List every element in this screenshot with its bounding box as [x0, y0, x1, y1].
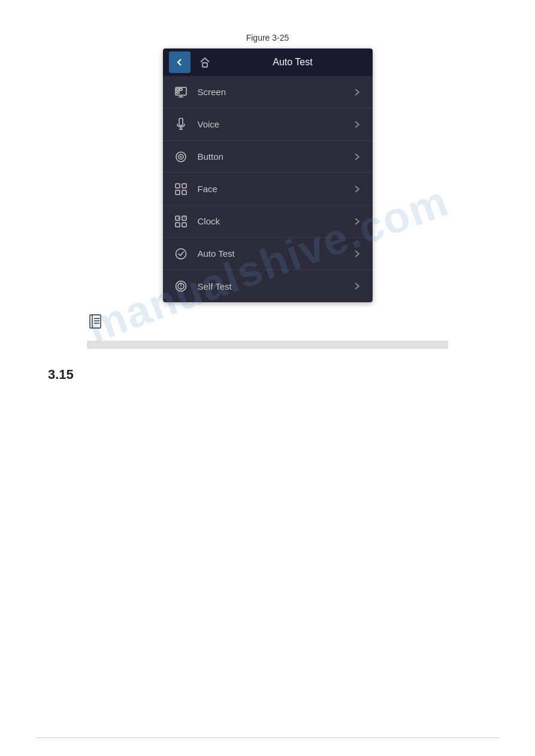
- svg-rect-15: [182, 190, 186, 195]
- menu-label-autotest: Auto Test: [198, 248, 351, 259]
- menu-label-selftest: Self Test: [198, 281, 351, 292]
- svg-rect-27: [90, 315, 101, 328]
- menu-item-voice[interactable]: Voice: [163, 108, 373, 141]
- chevron-button: [351, 151, 363, 163]
- svg-rect-6: [177, 92, 179, 93]
- chevron-clock: [351, 215, 363, 227]
- menu-label-voice: Voice: [198, 119, 351, 129]
- bottom-line: [36, 737, 499, 738]
- face-icon: [173, 181, 189, 198]
- device-container: Auto Test Screen: [163, 48, 373, 302]
- header-title: Auto Test: [219, 57, 367, 68]
- menu-label-face: Face: [198, 184, 351, 194]
- device-header: Auto Test: [163, 48, 373, 76]
- chevron-autotest: [351, 248, 363, 260]
- menu-label-button: Button: [198, 151, 351, 162]
- page-wrapper: Figure 3-25 Auto Test: [0, 0, 535, 756]
- button-icon: [173, 148, 189, 165]
- svg-point-26: [180, 287, 182, 289]
- chevron-screen: [351, 86, 363, 98]
- svg-rect-19: [182, 223, 186, 227]
- menu-item-autotest[interactable]: Auto Test: [163, 238, 373, 270]
- menu-item-clock[interactable]: Clock: [163, 205, 373, 238]
- svg-rect-18: [176, 223, 180, 227]
- chevron-voice: [351, 119, 363, 130]
- menu-label-screen: Screen: [198, 87, 351, 97]
- screen-icon: [173, 84, 189, 101]
- svg-rect-5: [180, 89, 182, 90]
- menu-item-face[interactable]: Face: [163, 173, 373, 205]
- note-area: [0, 302, 535, 341]
- menu-item-screen[interactable]: Screen: [163, 76, 373, 108]
- svg-rect-12: [176, 184, 180, 188]
- gray-bar: [87, 341, 448, 349]
- menu-list: Screen Voice: [163, 76, 373, 302]
- menu-label-clock: Clock: [198, 216, 351, 226]
- section-number: 3.15: [0, 349, 535, 382]
- svg-point-11: [180, 156, 182, 157]
- svg-rect-14: [176, 190, 180, 195]
- menu-item-selftest[interactable]: Self Test: [163, 270, 373, 302]
- svg-point-22: [176, 248, 186, 259]
- figure-label: Figure 3-25: [0, 0, 535, 48]
- selftest-icon: [173, 278, 189, 294]
- chevron-selftest: [351, 280, 363, 292]
- svg-rect-13: [182, 184, 186, 188]
- note-book-icon: [87, 313, 104, 330]
- autotest-icon: [173, 245, 189, 262]
- svg-rect-0: [202, 63, 207, 67]
- chevron-face: [351, 183, 363, 195]
- voice-icon: [173, 116, 189, 133]
- svg-rect-4: [177, 89, 179, 90]
- home-button[interactable]: [194, 51, 216, 73]
- menu-item-button[interactable]: Button: [163, 141, 373, 173]
- clock-icon: [173, 213, 189, 230]
- back-button[interactable]: [169, 51, 191, 73]
